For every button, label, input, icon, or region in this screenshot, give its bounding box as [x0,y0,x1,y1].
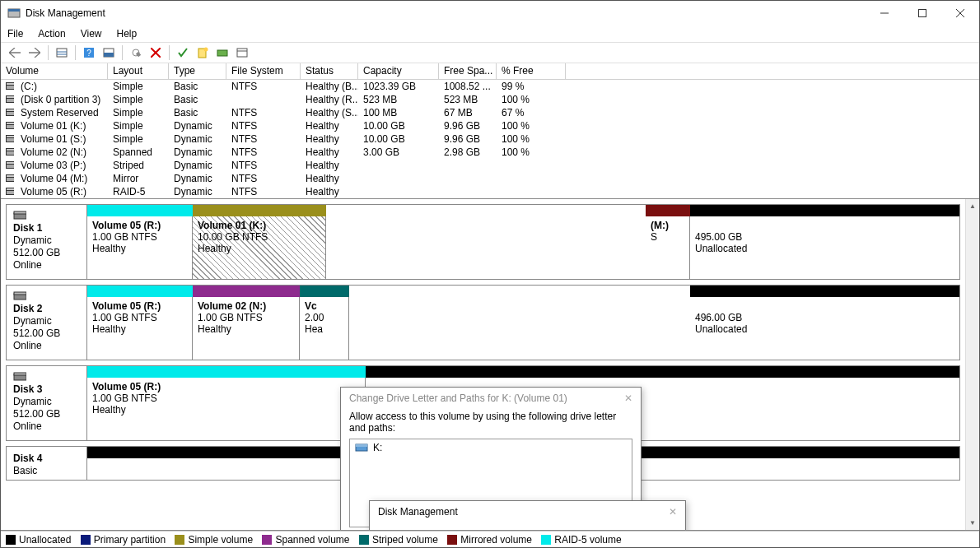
volume-row[interactable]: Volume 04 (M:)MirrorDynamicNTFSHealthy [1,172,979,185]
partition-status: Unallocated [695,323,954,335]
volume-status: Healthy (S... [301,107,358,118]
partition-cell[interactable]: Volume 05 (R:) 1.00 GB NTFS Healthy [87,297,193,360]
check-button[interactable] [174,44,192,62]
volume-capacity: 10.00 GB [358,133,439,145]
menu-action[interactable]: Action [38,28,65,39]
col-file-system[interactable]: File System [226,63,301,79]
col-volume[interactable]: Volume [1,63,108,79]
new-button[interactable] [194,44,212,62]
toolbar: ? [1,42,979,63]
minimize-button[interactable] [866,1,903,26]
volume-layout: RAID-5 [108,186,169,197]
properties-button[interactable] [233,44,251,62]
volume-capacity: 523 MB [358,94,439,105]
volume-row[interactable]: Volume 03 (P:)StripedDynamicNTFSHealthy [1,159,979,172]
close-icon[interactable]: ✕ [624,392,632,406]
scroll-down-button[interactable]: ▼ [966,516,979,530]
disk-header[interactable]: Disk 3 Dynamic 512.00 GB Online [7,366,87,440]
partition-cell[interactable]: (M:) S [646,216,690,279]
disk-header[interactable]: Disk 4 Basic [7,447,87,480]
disk-type: Dynamic [13,315,80,327]
show-list-button[interactable] [53,44,71,62]
volume-icon [1,148,16,157]
forward-button[interactable] [26,44,44,62]
partition-cell[interactable]: Volume 05 (R:) 1.00 GB NTFS Healthy [87,216,193,279]
maximize-button[interactable] [903,1,941,26]
column-headers: Volume Layout Type File System Status Ca… [1,63,979,80]
partition-name: Volume 05 (R:) [92,220,187,231]
vertical-scrollbar[interactable]: ▲ ▼ [965,199,979,530]
help-button[interactable]: ? [80,44,98,62]
partition-status: Healthy [92,243,187,254]
col-layout[interactable]: Layout [108,63,169,79]
volume-type: Dynamic [169,120,226,132]
svg-rect-31 [7,135,15,137]
svg-rect-45 [14,373,26,375]
menu-view[interactable]: View [81,28,102,39]
volume-pct: 99 % [497,81,566,92]
partition-name: Volume 02 (N:) [198,300,294,312]
col-capacity[interactable]: Capacity [358,63,439,79]
volume-row[interactable]: Volume 01 (K:)SimpleDynamicNTFSHealthy10… [1,119,979,132]
volume-row[interactable]: Volume 01 (S:)SimpleDynamicNTFSHealthy10… [1,132,979,146]
volume-status: Healthy [301,120,358,132]
disk-type: Dynamic [13,235,80,246]
volume-row[interactable]: (Disk 0 partition 3)SimpleBasicHealthy (… [1,93,979,106]
volume-name: System Reserved [16,107,108,118]
col-pct-free[interactable]: % Free [497,63,566,79]
menu-help[interactable]: Help [117,28,138,39]
volume-capacity: 10.00 GB [358,120,439,132]
legend-label: Primary partition [94,534,166,546]
disk-header[interactable]: Disk 1 Dynamic 512.00 GB Online [7,205,87,279]
disk-header[interactable]: Disk 2 Dynamic 512.00 GB Online [7,286,87,360]
svg-rect-29 [7,122,15,124]
scroll-up-button[interactable]: ▲ [966,199,979,213]
close-icon[interactable]: ✕ [669,506,677,519]
partition-cell[interactable]: Volume 02 (N:) 1.00 GB NTFS Healthy [193,297,300,360]
volume-fs: NTFS [226,81,301,92]
disk-block: Disk 2 Dynamic 512.00 GB Online Volume 0… [6,285,960,360]
col-type[interactable]: Type [169,63,226,79]
volume-free: 523 MB [439,94,497,105]
dialog-title: Disk Management [378,506,458,519]
volume-list: (C:)SimpleBasicNTFSHealthy (B...1023.39 … [1,80,979,198]
volume-capacity: 1023.39 GB [358,81,439,92]
volume-fs: NTFS [226,160,301,171]
back-button[interactable] [6,44,24,62]
svg-rect-25 [7,95,15,98]
col-free-space[interactable]: Free Spa... [439,63,497,79]
disk-state: Online [13,340,80,351]
partition-size: 495.00 GB [695,231,954,243]
drive-icon [355,442,368,453]
volume-pct: 100 % [497,133,566,145]
disk-name: Disk 1 [13,222,80,234]
close-button[interactable] [941,1,979,26]
partition-cell[interactable]: Volume 05 (R:) 1.00 GB NTFS Healthy [87,378,366,440]
partition-name: Vc [305,300,343,312]
disk-type: Dynamic [13,396,80,407]
legend-label: Mirrored volume [460,534,532,546]
partition-cell[interactable]: Vc 2.00 Hea [300,297,349,360]
menu-file[interactable]: File [7,28,23,39]
settings-button[interactable] [127,44,145,62]
disk-name: Disk 4 [13,453,80,464]
volume-row[interactable]: Volume 02 (N:)SpannedDynamicNTFSHealthy3… [1,146,979,159]
show-bottom-button[interactable] [100,44,118,62]
volume-status: Healthy [301,133,358,145]
delete-button[interactable] [147,44,165,62]
volume-row[interactable]: System ReservedSimpleBasicNTFSHealthy (S… [1,106,979,119]
volume-fs: NTFS [226,173,301,184]
partition-name: (M:) [651,220,684,231]
disk-management-window: Disk Management File Action View Help ? … [0,0,980,548]
col-status[interactable]: Status [301,63,358,79]
volume-fs: NTFS [226,186,301,197]
partition-cell-selected[interactable]: Volume 01 (K:) 10.00 GB NTFS Healthy [193,216,326,279]
volume-row[interactable]: Volume 05 (R:)RAID-5DynamicNTFSHealthy [1,185,979,198]
svg-rect-3 [919,10,926,17]
partition-name: Volume 05 (R:) [92,300,187,312]
volume-button[interactable] [213,44,231,62]
partition-unallocated[interactable]: 495.00 GB Unallocated [690,216,959,279]
volume-layout: Simple [108,120,169,132]
volume-row[interactable]: (C:)SimpleBasicNTFSHealthy (B...1023.39 … [1,80,979,93]
partition-unallocated[interactable]: 496.00 GB Unallocated [690,297,959,360]
